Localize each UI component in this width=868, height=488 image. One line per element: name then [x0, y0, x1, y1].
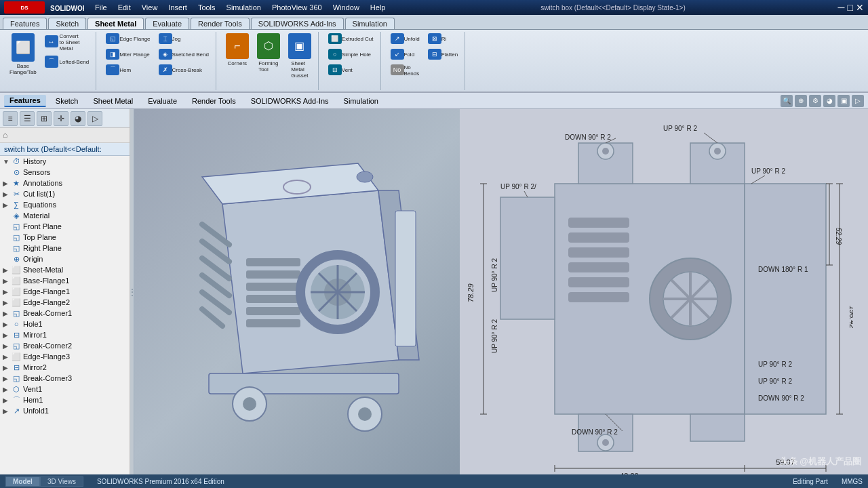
- tree-item-base-flange1[interactable]: ▶ ⬜ Base-Flange1: [0, 275, 130, 286]
- menu-window[interactable]: Window: [330, 3, 362, 12]
- tree-item-label: Edge-Flange3: [23, 352, 70, 361]
- menu-help[interactable]: Help: [368, 3, 389, 12]
- tab-features-2[interactable]: Features: [4, 95, 46, 107]
- btn-edge-flange[interactable]: ◱ Edge Flange: [103, 32, 153, 47]
- menu-bar[interactable]: File Edit View Insert Tools Simulation P…: [92, 3, 388, 12]
- tree-item-unfold1[interactable]: ▶ ↗ Unfold1: [0, 405, 130, 416]
- tree-item-break-corner1[interactable]: ▶ ◱ Break-Corner1: [0, 308, 130, 319]
- tree-item-history[interactable]: ▼ ⏱ History: [0, 156, 130, 167]
- sidebar-btn-property[interactable]: ⊞: [37, 111, 52, 126]
- btn-miter-flange[interactable]: ◨ Miter Flange: [103, 47, 153, 62]
- tab-addins[interactable]: SOLIDWORKS Add-Ins: [251, 18, 344, 29]
- tree-item-mirror2[interactable]: ▶ ⊟ Mirror2: [0, 362, 130, 373]
- btn-simple-hole[interactable]: ○ Simple Hole: [326, 47, 376, 62]
- tree-icon: ⬜: [11, 287, 22, 296]
- tree-icon: ◱: [11, 232, 22, 242]
- tree-item-mirror1[interactable]: ▶ ⊟ Mirror1: [0, 329, 130, 340]
- tab-sketch[interactable]: Sketch: [48, 18, 86, 29]
- tab-evaluate[interactable]: Evaluate: [145, 18, 189, 29]
- editing-status: Editing Part: [793, 478, 828, 485]
- sidebar-btn-expand[interactable]: ▷: [87, 111, 102, 126]
- 3d-viewport[interactable]: [134, 109, 460, 474]
- tab-sketch-2[interactable]: Sketch: [50, 96, 84, 106]
- tree-icon: ⬜: [11, 265, 22, 274]
- view-btn[interactable]: ▣: [837, 95, 850, 107]
- tree-toggle: ▶: [3, 342, 11, 350]
- btn-flatten[interactable]: ⊟ Flatten: [425, 47, 460, 62]
- tree-item-sheet-metal[interactable]: ▶ ⬜ Sheet-Metal: [0, 264, 130, 275]
- tree-item-break-corner3[interactable]: ▶ ◱ Break-Corner3: [0, 373, 130, 384]
- tree-item-edge-flange1[interactable]: ▶ ⬜ Edge-Flange1: [0, 286, 130, 297]
- tab-features[interactable]: Features: [3, 18, 47, 29]
- maximize-btn[interactable]: □: [848, 2, 853, 13]
- menu-edit[interactable]: Edit: [115, 3, 134, 12]
- btn-corners[interactable]: ⌐ Corners: [223, 32, 252, 80]
- sidebar-btn-featureman[interactable]: ☰: [20, 111, 35, 126]
- part-name[interactable]: switch box (Default<<Default:: [0, 143, 130, 156]
- menu-insert[interactable]: Insert: [165, 3, 190, 12]
- tab-simulation[interactable]: Simulation: [345, 18, 395, 29]
- tree-item-hole1[interactable]: ▶ ○ Hole1: [0, 319, 130, 329]
- menu-simulation[interactable]: Simulation: [224, 3, 264, 12]
- btn-extruded-cut[interactable]: ⬜ Extruded Cut: [326, 32, 376, 47]
- btn-vent[interactable]: ⊟ Vent: [326, 63, 376, 78]
- minimize-btn[interactable]: ─: [838, 2, 845, 13]
- tree-item-edge-flange3[interactable]: ▶ ⬜ Edge-Flange3: [0, 351, 130, 362]
- menu-tools[interactable]: Tools: [195, 3, 218, 12]
- btn-hem-label: Hem: [119, 67, 131, 73]
- menu-file[interactable]: File: [92, 3, 110, 12]
- settings-btn[interactable]: ⚙: [809, 95, 821, 107]
- tree-item-cut-list-1-[interactable]: ▶ ✂ Cut list(1): [0, 188, 130, 199]
- tree-item-edge-flange2[interactable]: ▶ ⬜ Edge-Flange2: [0, 297, 130, 308]
- tree-toggle: ▶: [3, 277, 11, 285]
- close-btn[interactable]: ✕: [856, 2, 864, 13]
- btn-ri[interactable]: ⊠ Ri: [425, 32, 460, 47]
- fold-icon: ↙: [391, 49, 404, 60]
- tree-item-origin[interactable]: ⊕ Origin: [0, 253, 130, 264]
- tree-toggle: ▶: [3, 321, 11, 328]
- btn-gusset[interactable]: ▣ SheetMetalGusset: [285, 32, 314, 80]
- tree-item-vent1[interactable]: ▶ ⬡ Vent1: [0, 384, 130, 394]
- sidebar-btn-list[interactable]: ≡: [3, 111, 18, 126]
- btn-forming-tool[interactable]: ⬡ FormingTool: [254, 32, 283, 80]
- menu-view[interactable]: View: [139, 3, 161, 12]
- tree-item-annotations[interactable]: ▶ ★ Annotations: [0, 178, 130, 188]
- tab-simulation-2[interactable]: Simulation: [338, 96, 384, 106]
- tree-item-front-plane[interactable]: ◱ Front Plane: [0, 221, 130, 232]
- tree-item-top-plane[interactable]: ◱ Top Plane: [0, 232, 130, 243]
- btn-unfold-label: Unfold: [404, 36, 420, 42]
- tab-addins-2[interactable]: SOLIDWORKS Add-Ins: [245, 96, 334, 106]
- tree-item-equations[interactable]: ▶ ∑ Equations: [0, 199, 130, 210]
- btn-sketched-bend[interactable]: ◈ Sketched Bend: [156, 47, 212, 62]
- btn-no-bends[interactable]: No NoBends: [388, 63, 422, 78]
- btn-lofted-bend[interactable]: ⌒ Lofted-Bend: [42, 54, 92, 70]
- menu-photoview[interactable]: PhotoView 360: [269, 3, 325, 12]
- btn-convert-sheet[interactable]: ↔ Convertto SheetMetal: [42, 32, 92, 53]
- flat-pattern-viewport[interactable]: 78.29 48.29 59.07 196.42 52.2: [460, 109, 868, 474]
- tab-3d-views[interactable]: 3D Views: [40, 476, 83, 487]
- search-btn[interactable]: 🔍: [781, 95, 793, 107]
- tab-render-2[interactable]: Render Tools: [186, 96, 241, 106]
- btn-base-flange[interactable]: ⬜ BaseFlange/Tab: [7, 32, 39, 77]
- tab-render-tools[interactable]: Render Tools: [191, 18, 250, 29]
- sidebar-btn-display[interactable]: ◕: [71, 111, 85, 126]
- tree-item-material--not-specified-[interactable]: ◈ Material: [0, 210, 130, 221]
- btn-cross-break[interactable]: ✗ Cross-Break: [156, 63, 212, 78]
- btn-hem[interactable]: ⌒ Hem: [103, 63, 153, 78]
- tab-sheet-metal[interactable]: Sheet Metal: [87, 18, 144, 29]
- tree-item-break-corner2[interactable]: ▶ ◱ Break-Corner2: [0, 340, 130, 351]
- tree-item-hem1[interactable]: ▶ ⌒ Hem1: [0, 394, 130, 405]
- zoom-btn[interactable]: ⊕: [795, 95, 807, 107]
- btn-jog[interactable]: ⌶ Jog: [156, 32, 212, 47]
- tree-item-right-plane[interactable]: ◱ Right Plane: [0, 243, 130, 253]
- tab-model[interactable]: Model: [5, 476, 40, 487]
- btn-fold[interactable]: ↙ Fold: [388, 47, 422, 62]
- btn-unfold[interactable]: ↗ Unfold: [388, 32, 422, 47]
- sidebar-btn-configuration[interactable]: ✛: [54, 111, 68, 126]
- tree-item-sensors[interactable]: ⊙ Sensors: [0, 167, 130, 178]
- tab-sheet-metal-2[interactable]: Sheet Metal: [88, 96, 139, 106]
- display-btn[interactable]: ◕: [823, 95, 835, 107]
- tab-evaluate-2[interactable]: Evaluate: [142, 96, 182, 106]
- more-btn[interactable]: ▷: [852, 95, 864, 107]
- btn-base-flange-label: BaseFlange/Tab: [9, 63, 37, 75]
